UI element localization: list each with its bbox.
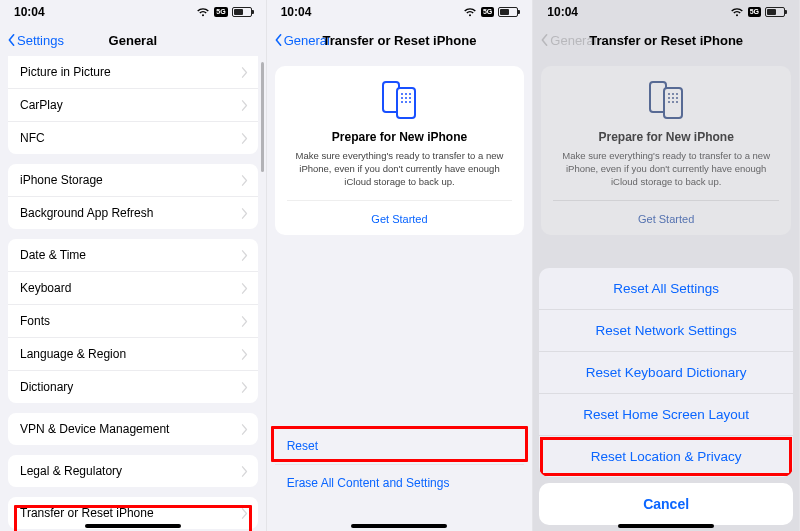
row-picture-in-picture[interactable]: Picture in Picture <box>8 56 258 89</box>
sheet-cancel-button[interactable]: Cancel <box>539 483 793 525</box>
reset-row-wrapper: Reset <box>275 428 525 465</box>
back-general-dimmed: General <box>541 33 596 48</box>
status-right: 5G <box>196 7 251 17</box>
row-keyboard[interactable]: Keyboard <box>8 272 258 305</box>
screen-general-settings: 10:04 5G Settings General Picture in Pic… <box>0 0 267 531</box>
row-label: Dictionary <box>20 380 73 394</box>
sheet-reset-home-screen-layout[interactable]: Reset Home Screen Layout <box>539 394 793 436</box>
row-label: Fonts <box>20 314 50 328</box>
svg-point-19 <box>668 101 670 103</box>
chevron-right-icon <box>241 133 248 144</box>
row-label: iPhone Storage <box>20 173 103 187</box>
wifi-icon <box>196 7 210 17</box>
network-5g-badge: 5G <box>748 7 761 17</box>
row-background-app-refresh[interactable]: Background App Refresh <box>8 197 258 229</box>
row-label: Language & Region <box>20 347 126 361</box>
network-5g-badge: 5G <box>481 7 494 17</box>
svg-point-9 <box>405 101 407 103</box>
chevron-right-icon <box>241 208 248 219</box>
chevron-right-icon <box>241 316 248 327</box>
status-bar: 10:04 5G <box>0 0 266 24</box>
get-started-link[interactable]: Get Started <box>287 200 513 235</box>
svg-point-20 <box>672 101 674 103</box>
status-bar: 10:04 5G <box>267 0 533 24</box>
svg-point-7 <box>409 97 411 99</box>
nav-bar: General Transfer or Reset iPhone <box>533 24 799 56</box>
home-indicator[interactable] <box>618 524 714 528</box>
sheet-reset-keyboard-dictionary[interactable]: Reset Keyboard Dictionary <box>539 352 793 394</box>
network-5g-badge: 5G <box>214 7 227 17</box>
nav-bar: General Transfer or Reset iPhone <box>267 24 533 56</box>
get-started-link-dimmed: Get Started <box>553 200 779 235</box>
battery-icon <box>232 7 252 17</box>
svg-point-18 <box>676 97 678 99</box>
back-general[interactable]: General <box>275 33 330 48</box>
sheet-reset-location-privacy[interactable]: Reset Location & Privacy <box>539 436 793 477</box>
sheet-row-label: Reset Location & Privacy <box>591 449 742 464</box>
settings-list: Picture in Picture CarPlay NFC iPhone St… <box>0 56 266 531</box>
row-label: VPN & Device Management <box>20 422 169 436</box>
svg-point-17 <box>672 97 674 99</box>
row-fonts[interactable]: Fonts <box>8 305 258 338</box>
screen-transfer-or-reset: 10:04 5G General Transfer or Reset iPhon… <box>267 0 534 531</box>
prepare-card-dimmed: Prepare for New iPhone Make sure everyth… <box>541 66 791 235</box>
status-time: 10:04 <box>281 5 312 19</box>
sheet-reset-all-settings[interactable]: Reset All Settings <box>539 268 793 310</box>
action-sheet-options: Reset All Settings Reset Network Setting… <box>539 268 793 477</box>
status-time: 10:04 <box>547 5 578 19</box>
action-sheet: Reset All Settings Reset Network Setting… <box>539 268 793 525</box>
highlight-annotation <box>271 426 529 462</box>
svg-point-2 <box>401 93 403 95</box>
home-indicator[interactable] <box>351 524 447 528</box>
svg-point-8 <box>401 101 403 103</box>
card-subtitle: Make sure everything's ready to transfer… <box>287 150 513 188</box>
svg-point-13 <box>668 93 670 95</box>
chevron-right-icon <box>241 100 248 111</box>
row-label: Date & Time <box>20 248 86 262</box>
row-label: Picture in Picture <box>20 65 111 79</box>
chevron-right-icon <box>241 382 248 393</box>
card-title: Prepare for New iPhone <box>598 130 733 144</box>
svg-point-15 <box>676 93 678 95</box>
row-label: NFC <box>20 131 45 145</box>
card-subtitle: Make sure everything's ready to transfer… <box>553 150 779 188</box>
row-nfc[interactable]: NFC <box>8 122 258 154</box>
home-indicator[interactable] <box>85 524 181 528</box>
row-dictionary[interactable]: Dictionary <box>8 371 258 403</box>
status-bar: 10:04 5G <box>533 0 799 24</box>
row-iphone-storage[interactable]: iPhone Storage <box>8 164 258 197</box>
nav-bar: Settings General <box>0 24 266 56</box>
row-erase-all[interactable]: Erase All Content and Settings <box>275 465 525 501</box>
chevron-right-icon <box>241 466 248 477</box>
row-language-region[interactable]: Language & Region <box>8 338 258 371</box>
chevron-right-icon <box>241 349 248 360</box>
battery-icon <box>765 7 785 17</box>
battery-icon <box>498 7 518 17</box>
chevron-right-icon <box>241 424 248 435</box>
row-carplay[interactable]: CarPlay <box>8 89 258 122</box>
back-settings[interactable]: Settings <box>8 33 64 48</box>
prepare-card: Prepare for New iPhone Make sure everyth… <box>275 66 525 235</box>
wifi-icon <box>730 7 744 17</box>
card-title: Prepare for New iPhone <box>332 130 467 144</box>
wifi-icon <box>463 7 477 17</box>
group-localization: Date & Time Keyboard Fonts Language & Re… <box>8 239 258 403</box>
chevron-left-icon <box>275 34 282 46</box>
row-vpn-device-management[interactable]: VPN & Device Management <box>8 413 258 445</box>
svg-point-16 <box>668 97 670 99</box>
status-time: 10:04 <box>14 5 45 19</box>
status-right: 5G <box>463 7 518 17</box>
row-label: Legal & Regulatory <box>20 464 122 478</box>
scrollbar[interactable] <box>261 62 264 172</box>
status-right: 5G <box>730 7 785 17</box>
chevron-right-icon <box>241 67 248 78</box>
group-legal: Legal & Regulatory <box>8 455 258 487</box>
svg-point-14 <box>672 93 674 95</box>
row-date-time[interactable]: Date & Time <box>8 239 258 272</box>
row-legal-regulatory[interactable]: Legal & Regulatory <box>8 455 258 487</box>
svg-point-21 <box>676 101 678 103</box>
chevron-left-icon <box>8 34 15 46</box>
svg-point-6 <box>405 97 407 99</box>
sheet-reset-network-settings[interactable]: Reset Network Settings <box>539 310 793 352</box>
group-vpn: VPN & Device Management <box>8 413 258 445</box>
